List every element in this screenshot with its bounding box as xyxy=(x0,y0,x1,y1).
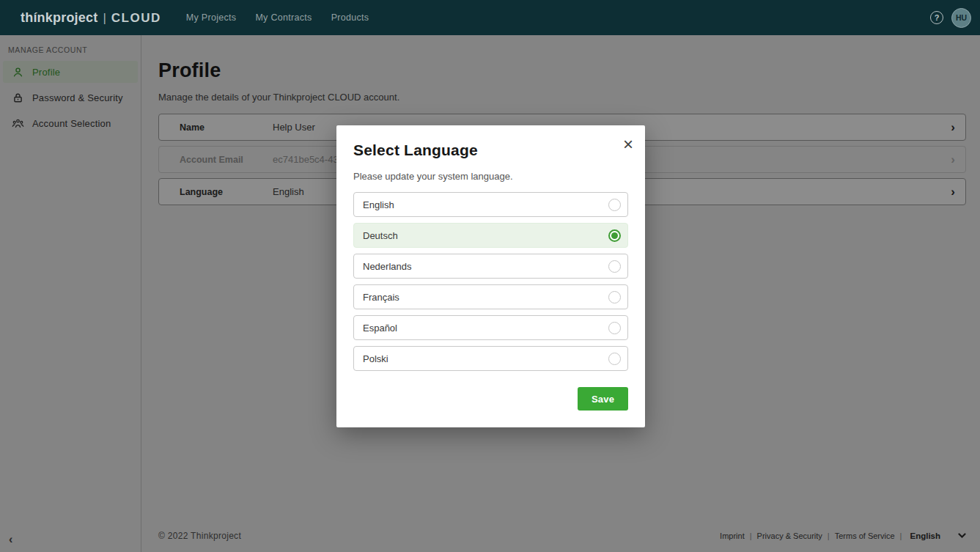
help-icon[interactable]: ? xyxy=(930,11,943,24)
top-navbar: thínkproject | CLOUD My Projects My Cont… xyxy=(0,0,980,35)
option-label: Deutsch xyxy=(363,230,398,241)
option-label: Polski xyxy=(363,353,388,364)
language-option-polski[interactable]: Polski xyxy=(353,346,628,371)
radio-unselected-icon[interactable] xyxy=(608,199,621,211)
option-label: Español xyxy=(363,323,397,334)
option-label: Français xyxy=(363,292,399,303)
language-option-deutsch[interactable]: Deutsch xyxy=(353,223,628,248)
language-option-nederlands[interactable]: Nederlands xyxy=(353,254,628,279)
language-option-espanol[interactable]: Español xyxy=(353,315,628,340)
logo-separator: | xyxy=(103,11,106,26)
select-language-modal: Select Language × Please update your sys… xyxy=(336,125,645,427)
nav-item-my-contracts[interactable]: My Contracts xyxy=(255,8,312,27)
modal-title: Select Language xyxy=(353,141,628,159)
modal-description: Please update your system language. xyxy=(353,171,628,182)
modal-actions: Save xyxy=(353,387,628,411)
logo-primary: thínkproject xyxy=(21,10,97,26)
option-label: English xyxy=(363,199,394,210)
language-options: English Deutsch Nederlands Français Espa… xyxy=(353,192,628,371)
main-navigation: My Projects My Contracts Products xyxy=(186,8,369,27)
radio-selected-icon[interactable] xyxy=(608,229,621,242)
save-button[interactable]: Save xyxy=(578,387,628,411)
radio-unselected-icon[interactable] xyxy=(608,291,621,303)
radio-unselected-icon[interactable] xyxy=(608,353,621,365)
close-icon[interactable]: × xyxy=(623,136,633,153)
language-option-english[interactable]: English xyxy=(353,192,628,217)
option-label: Nederlands xyxy=(363,261,412,272)
radio-unselected-icon[interactable] xyxy=(608,322,621,334)
radio-unselected-icon[interactable] xyxy=(608,260,621,273)
user-avatar[interactable]: HU xyxy=(951,8,971,28)
nav-item-products[interactable]: Products xyxy=(331,8,369,27)
thinkproject-cloud-logo[interactable]: thínkproject | CLOUD xyxy=(21,10,161,26)
navbar-right: ? HU xyxy=(930,8,971,28)
language-option-francais[interactable]: Français xyxy=(353,284,628,309)
logo-secondary: CLOUD xyxy=(111,11,161,26)
nav-item-my-projects[interactable]: My Projects xyxy=(186,8,237,27)
